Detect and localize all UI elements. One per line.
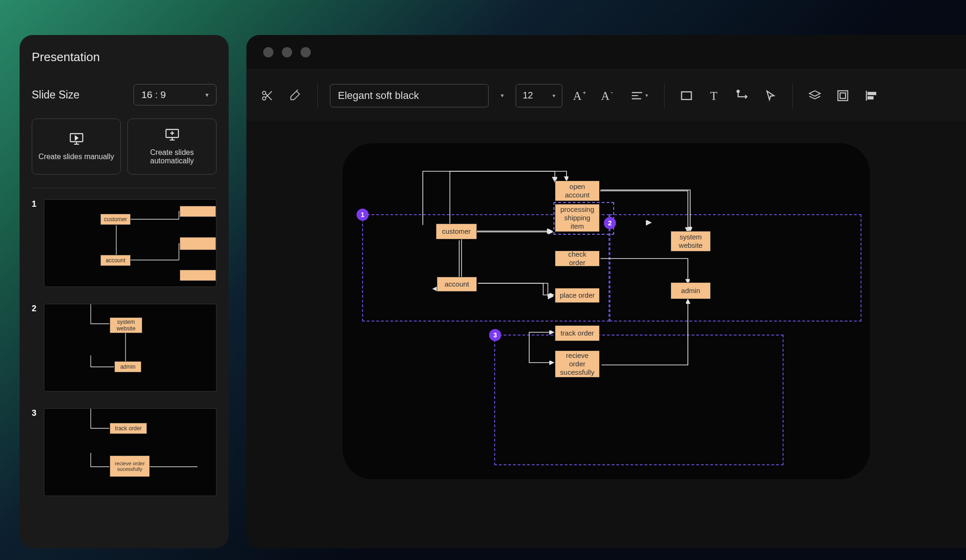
connector-button[interactable] bbox=[733, 86, 752, 105]
align-objects-icon bbox=[864, 89, 877, 102]
thumb-node: recieve order sucessfully bbox=[110, 455, 150, 477]
svg-text:-: - bbox=[611, 89, 613, 96]
decrease-font-button[interactable]: A - bbox=[599, 86, 618, 105]
create-auto-label: Create slides automatically bbox=[128, 148, 216, 165]
format-painter-button[interactable] bbox=[286, 86, 305, 105]
node-track-order[interactable]: track order bbox=[555, 325, 600, 341]
pointer-button[interactable] bbox=[761, 86, 780, 105]
thumb-node: system website bbox=[110, 317, 142, 333]
paint-icon bbox=[289, 90, 301, 102]
svg-text:T: T bbox=[710, 89, 718, 102]
rectangle-icon bbox=[680, 89, 693, 102]
presentation-icon bbox=[69, 132, 84, 145]
slide-size-row: Slide Size 16 : 9 ▾ bbox=[32, 84, 217, 105]
group-icon bbox=[836, 89, 849, 102]
slide-canvas[interactable]: 1 2 3 open account customer processing s… bbox=[343, 143, 870, 479]
style-dropdown-button[interactable]: ▾ bbox=[497, 84, 507, 107]
thumb-node bbox=[180, 206, 216, 217]
panel-title: Presentation bbox=[32, 50, 217, 64]
node-processing[interactable]: processing shipping item bbox=[555, 204, 600, 232]
create-slides-automatically-button[interactable]: Create slides automatically bbox=[127, 119, 217, 175]
font-increase-icon: A + bbox=[573, 89, 588, 102]
text-icon: T bbox=[708, 89, 721, 102]
thumb-node: account bbox=[100, 255, 131, 266]
slide-size-value: 16 : 9 bbox=[141, 89, 166, 100]
svg-rect-11 bbox=[838, 91, 848, 100]
connector-icon bbox=[736, 89, 749, 102]
presentation-panel: Presentation Slide Size 16 : 9 ▾ Create … bbox=[20, 35, 229, 548]
slide-thumb-number: 2 bbox=[32, 304, 40, 314]
node-account[interactable]: account bbox=[437, 277, 477, 292]
window-titlebar bbox=[246, 35, 966, 70]
text-button[interactable]: T bbox=[705, 86, 724, 105]
node-check-order[interactable]: check order bbox=[555, 251, 600, 266]
node-admin[interactable]: admin bbox=[671, 282, 711, 299]
diagram-wires-main bbox=[343, 143, 870, 479]
align-objects-button[interactable] bbox=[861, 86, 881, 105]
toolbar-separator bbox=[664, 83, 665, 108]
node-place-order[interactable]: place order bbox=[555, 288, 600, 303]
cut-button[interactable] bbox=[258, 86, 277, 105]
toolbar: Elegant soft black ▾ 12 ▾ A + A - ▾ bbox=[246, 70, 966, 121]
thumb-node bbox=[180, 270, 216, 281]
slide-thumb-number: 3 bbox=[32, 408, 40, 418]
group-marker-3[interactable]: 3 bbox=[489, 329, 501, 341]
node-recieve-order[interactable]: recieve order sucessfully bbox=[555, 350, 600, 378]
scissors-icon bbox=[261, 89, 274, 102]
slide-thumb-number: 1 bbox=[32, 199, 40, 209]
traffic-light-zoom[interactable] bbox=[301, 47, 311, 57]
slide-thumb-1[interactable]: customer account bbox=[44, 199, 217, 287]
presentation-plus-icon bbox=[165, 128, 180, 141]
layers-button[interactable] bbox=[805, 86, 825, 105]
layers-icon bbox=[808, 89, 821, 102]
chevron-down-icon: ▾ bbox=[501, 92, 504, 99]
group-button[interactable] bbox=[833, 86, 853, 105]
slide-thumb-2-row: 2 system website admin bbox=[32, 304, 217, 392]
create-slides-manually-button[interactable]: Create slides manually bbox=[32, 119, 121, 175]
svg-text:A: A bbox=[573, 90, 581, 102]
traffic-light-minimize[interactable] bbox=[282, 47, 292, 57]
font-size-value: 12 bbox=[523, 90, 533, 101]
divider bbox=[32, 188, 217, 188]
editor-window: Elegant soft black ▾ 12 ▾ A + A - ▾ bbox=[246, 35, 966, 548]
slide-thumb-3[interactable]: track order recieve order sucessfully bbox=[44, 408, 217, 496]
font-size-select[interactable]: 12 ▾ bbox=[516, 84, 562, 107]
thumb-node: customer bbox=[100, 214, 131, 225]
node-system-website[interactable]: system website bbox=[671, 231, 711, 252]
group-marker-2[interactable]: 2 bbox=[604, 217, 616, 229]
chevron-down-icon: ▾ bbox=[645, 92, 648, 98]
toolbar-separator bbox=[792, 83, 793, 108]
slide-size-label: Slide Size bbox=[32, 89, 79, 101]
node-open-account[interactable]: open account bbox=[555, 181, 600, 201]
svg-text:+: + bbox=[583, 89, 586, 96]
create-manual-label: Create slides manually bbox=[39, 153, 114, 161]
chevron-down-icon: ▾ bbox=[205, 91, 209, 98]
slide-thumb-3-row: 3 track order recieve order sucessfully bbox=[32, 408, 217, 496]
svg-rect-12 bbox=[840, 93, 846, 98]
svg-point-10 bbox=[737, 90, 739, 92]
font-decrease-icon: A - bbox=[601, 89, 616, 102]
chevron-down-icon: ▾ bbox=[553, 92, 555, 99]
shape-button[interactable] bbox=[677, 86, 696, 105]
svg-rect-14 bbox=[868, 97, 873, 99]
slide-thumb-2[interactable]: system website admin bbox=[44, 304, 217, 392]
toolbar-separator bbox=[317, 83, 318, 108]
align-button[interactable]: ▾ bbox=[627, 86, 652, 105]
increase-font-button[interactable]: A + bbox=[571, 86, 590, 105]
slide-size-select[interactable]: 16 : 9 ▾ bbox=[133, 84, 217, 105]
style-select[interactable]: Elegant soft black bbox=[330, 84, 489, 107]
thumb-node: track order bbox=[110, 423, 147, 434]
create-buttons-row: Create slides manually Create slides aut… bbox=[32, 119, 217, 175]
cursor-icon bbox=[764, 90, 777, 102]
align-left-icon bbox=[630, 91, 644, 100]
slide-thumb-1-row: 1 customer account bbox=[32, 199, 217, 287]
style-value: Elegant soft black bbox=[338, 90, 419, 102]
thumb-node: admin bbox=[114, 361, 141, 372]
canvas-area[interactable]: 1 2 3 open account customer processing s… bbox=[246, 121, 966, 548]
traffic-light-close[interactable] bbox=[263, 47, 273, 57]
group-marker-1[interactable]: 1 bbox=[357, 209, 369, 221]
node-customer[interactable]: customer bbox=[436, 224, 477, 239]
thumb-node bbox=[180, 237, 216, 250]
svg-rect-8 bbox=[682, 91, 692, 99]
svg-rect-13 bbox=[868, 92, 875, 95]
